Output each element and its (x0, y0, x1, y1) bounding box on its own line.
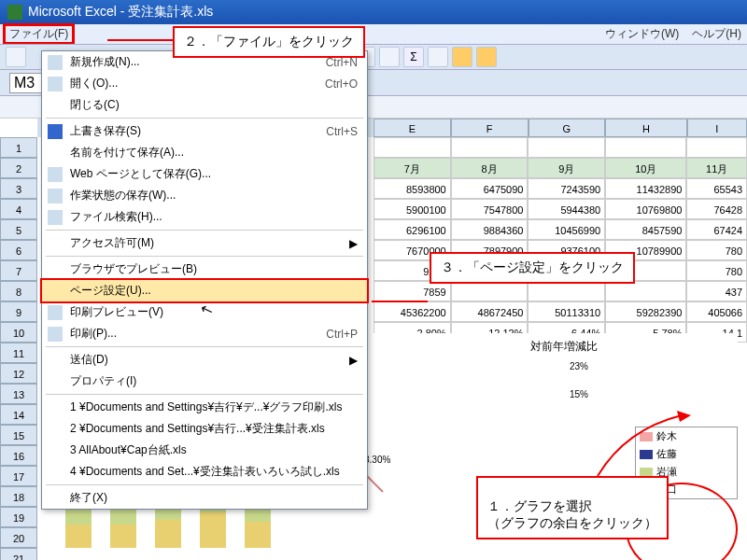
sort-button[interactable] (428, 47, 448, 67)
sum-button[interactable]: Σ (403, 47, 424, 67)
cell[interactable] (451, 281, 529, 301)
cell[interactable] (686, 137, 747, 158)
cell[interactable]: 7859 (374, 281, 451, 301)
annotation-arrow-curve (588, 411, 700, 485)
row-header[interactable]: 16 (0, 445, 37, 466)
menu-item-search[interactable]: ファイル検索(H)... (42, 206, 367, 228)
menu-item-properties[interactable]: プロパティ(I) (42, 371, 367, 392)
cell[interactable]: 11月 (686, 158, 747, 178)
cell[interactable]: 65543 (686, 178, 747, 199)
row-header[interactable]: 10 (0, 322, 37, 343)
menu-item-permission[interactable]: アクセス許可(M)▶ (42, 232, 367, 254)
cell[interactable]: 59282390 (605, 301, 686, 322)
cell[interactable]: 10769800 (605, 199, 686, 219)
cell[interactable] (605, 281, 686, 301)
file-menu-dropdown: 新規作成(N)...Ctrl+N 開く(O)...Ctrl+O 閉じる(C) 上… (41, 50, 368, 510)
cell[interactable]: 7243590 (528, 178, 605, 199)
help-button[interactable] (476, 47, 497, 67)
chart-button[interactable] (452, 47, 472, 67)
cell[interactable]: 5900100 (374, 199, 451, 219)
column-header[interactable]: G (529, 119, 606, 137)
column-header[interactable]: F (451, 119, 529, 137)
cell[interactable] (528, 281, 605, 301)
menu-item-recent3[interactable]: 3 AllAbout¥Cap台紙.xls (42, 440, 367, 461)
cell[interactable] (528, 137, 605, 158)
cell[interactable]: 8593800 (374, 178, 451, 199)
row-header[interactable]: 15 (0, 425, 37, 445)
row-header[interactable]: 4 (0, 199, 37, 219)
menu-item-saveas[interactable]: 名前を付けて保存(A)... (42, 142, 367, 163)
chart-right-title: 対前年増減比 (530, 339, 598, 355)
menu-item-recent4[interactable]: 4 ¥Documents and Set...¥受注集計表いろいろ試し.xls (42, 461, 367, 483)
cell[interactable]: 8457590 (605, 219, 686, 240)
menu-item-savews[interactable]: 作業状態の保存(W)... (42, 185, 367, 206)
menu-item-recent2[interactable]: 2 ¥Documents and Settings¥吉行...¥受注集計表.xl… (42, 418, 367, 440)
row-header[interactable]: 3 (0, 178, 37, 199)
row-header[interactable]: 13 (0, 384, 37, 404)
cell[interactable]: 10月 (605, 158, 686, 178)
column-header[interactable]: H (605, 119, 686, 137)
menu-item-send[interactable]: 送信(D)▶ (42, 349, 367, 371)
row-header[interactable]: 17 (0, 466, 37, 486)
row-header[interactable]: 8 (0, 281, 37, 301)
row-header[interactable]: 2 (0, 158, 37, 178)
row-headers[interactable]: 1234567891011121314151617181920212223 (0, 137, 37, 560)
cell[interactable]: 780 (686, 260, 747, 281)
row-header[interactable]: 14 (0, 404, 37, 425)
cell[interactable] (374, 137, 451, 158)
cell[interactable]: 76428 (686, 199, 747, 219)
row-header[interactable]: 20 (0, 527, 37, 548)
annotation-arrow (107, 39, 173, 41)
column-header[interactable]: I (687, 119, 747, 137)
row-header[interactable]: 21 (0, 548, 37, 560)
menu-item-print[interactable]: 印刷(P)...Ctrl+P (42, 323, 367, 344)
menu-help[interactable]: ヘルプ(H) (692, 26, 741, 42)
menu-item-exit[interactable]: 終了(X) (42, 487, 367, 509)
menu-file[interactable]: ファイル(F) (3, 23, 75, 45)
cell[interactable]: 10456990 (528, 219, 605, 240)
cell[interactable] (605, 137, 686, 158)
cell[interactable]: 50113310 (528, 301, 605, 322)
save-icon (48, 124, 63, 139)
cell[interactable]: 11432890 (605, 178, 686, 199)
row-header[interactable]: 6 (0, 240, 37, 260)
cell[interactable]: 7月 (374, 158, 451, 178)
row-header[interactable]: 11 (0, 343, 37, 363)
cell[interactable]: 8月 (451, 158, 529, 178)
menu-item-open[interactable]: 開く(O)...Ctrl+O (42, 73, 367, 94)
cell[interactable]: 67424 (686, 219, 747, 240)
new-button[interactable] (6, 47, 26, 67)
menu-window[interactable]: ウィンドウ(W) (605, 26, 679, 42)
cell[interactable]: 48672450 (451, 301, 529, 322)
excel-icon (7, 5, 22, 20)
row-header[interactable]: 7 (0, 260, 37, 281)
new-icon (48, 55, 63, 70)
cell[interactable]: 437 (686, 281, 747, 301)
menu-item-browser-preview[interactable]: ブラウザでプレビュー(B) (42, 259, 367, 280)
menu-item-close[interactable]: 閉じる(C) (42, 94, 367, 116)
row-header[interactable]: 1 (0, 137, 37, 158)
menu-item-saveweb[interactable]: Web ページとして保存(G)... (42, 163, 367, 185)
cell[interactable]: 6296100 (374, 219, 451, 240)
chart-data-label: 23% (570, 361, 588, 371)
cell[interactable]: 6475090 (451, 178, 529, 199)
cell[interactable]: 405066 (686, 301, 747, 322)
toolbar-button[interactable] (379, 47, 400, 67)
cell[interactable]: 7547800 (451, 199, 529, 219)
cell[interactable]: 5944380 (528, 199, 605, 219)
menu-item-recent1[interactable]: 1 ¥Documents and Settings¥吉行¥デ...¥グラフ印刷.… (42, 397, 367, 418)
row-header[interactable]: 19 (0, 507, 37, 527)
row-header[interactable]: 9 (0, 301, 37, 322)
row-header[interactable]: 12 (0, 363, 37, 384)
cell[interactable]: 9884360 (451, 219, 529, 240)
cell[interactable]: 45362200 (374, 301, 451, 322)
cell[interactable]: 9月 (528, 158, 605, 178)
menu-item-save[interactable]: 上書き保存(S)Ctrl+S (42, 120, 367, 142)
cell[interactable]: 780 (686, 240, 747, 260)
column-header[interactable]: E (374, 119, 451, 137)
print-icon (48, 327, 63, 342)
cell[interactable] (451, 137, 529, 158)
row-header[interactable]: 5 (0, 219, 37, 240)
row-header[interactable]: 18 (0, 486, 37, 507)
search-icon (48, 210, 63, 225)
